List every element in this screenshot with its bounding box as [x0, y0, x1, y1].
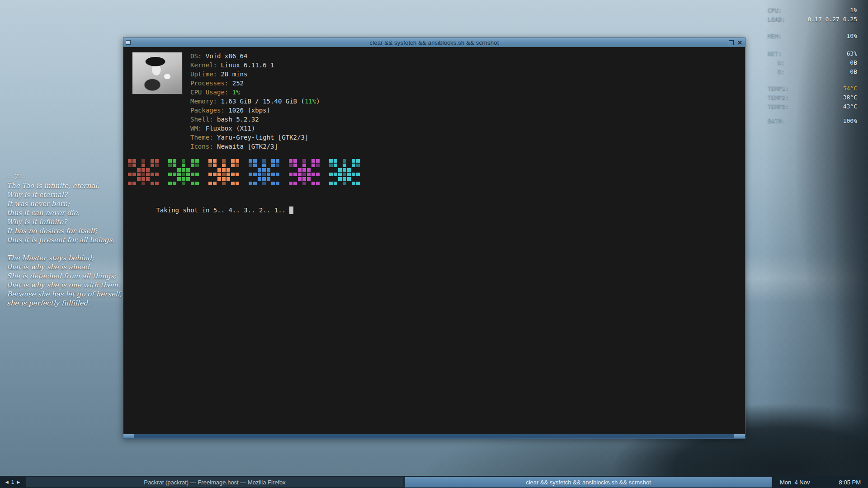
- fetch-label: Theme:: [190, 134, 213, 141]
- fetch-label: Uptime:: [190, 70, 217, 78]
- clock-time: 8:05 PM: [839, 479, 861, 486]
- fetch-label: Packages:: [190, 107, 225, 114]
- workspace-pager: ◀ 1 ▶: [0, 476, 25, 488]
- ansi-block-green: [168, 159, 199, 185]
- monitor-label: U:: [768, 58, 785, 67]
- monitor-value: 0B: [850, 67, 857, 76]
- resize-grip-right[interactable]: [734, 434, 745, 438]
- monitor-row-load: LOAD: 0.17 0.27 0.25: [768, 15, 857, 24]
- fetch-line-wm: WM: Fluxbox (X11): [190, 124, 320, 133]
- resize-grip-left[interactable]: [123, 434, 134, 438]
- monitor-label: D:: [768, 67, 785, 76]
- window-resize-bar[interactable]: [123, 434, 745, 438]
- fetch-line-memory: Memory: 1.63 GiB / 15.40 GiB (11%): [190, 97, 320, 106]
- monitor-row-upload: U: 0B: [768, 58, 857, 67]
- monitor-label: MEM:: [768, 32, 782, 41]
- workspace-number: 1: [11, 479, 14, 485]
- monitor-label: BAT0:: [768, 117, 785, 126]
- window-menu-icon[interactable]: [126, 40, 131, 45]
- fetch-value: Linux 6.11.6_1: [217, 61, 274, 69]
- fetch-label: Memory:: [190, 98, 217, 105]
- monitor-row-cpu: CPU: 1%: [768, 6, 857, 15]
- fetch-value: 1.63 GiB / 15.40 GiB (: [217, 98, 305, 105]
- monitor-label: TEMP2:: [768, 93, 789, 102]
- fetch-line-packages: Packages: 1026 (xbps): [190, 106, 320, 115]
- fetch-line-os: OS: Void x86_64: [190, 52, 320, 61]
- monitor-row-download: D: 0B: [768, 67, 857, 76]
- sysfetch-image: [132, 52, 182, 94]
- monitor-value: 63%: [847, 49, 857, 58]
- fetch-label: Kernel:: [190, 61, 217, 69]
- monitor-row-battery: BAT0: 100%: [768, 117, 857, 126]
- fetch-value: [228, 89, 232, 96]
- monitor-value: 43°C: [843, 102, 857, 111]
- taskbar: ◀ 1 ▶ Packrat (packrat) — Freeimage.host…: [0, 476, 868, 488]
- fetch-label: OS:: [190, 52, 202, 60]
- ansiblocks: [128, 159, 360, 185]
- fetch-line-kernel: Kernel: Linux 6.11.6_1: [190, 61, 320, 70]
- monitor-value: 0B: [850, 58, 857, 67]
- system-monitor: CPU: 1% LOAD: 0.17 0.27 0.25 MEM: 10% NE…: [768, 6, 857, 126]
- taskbar-item-firefox[interactable]: Packrat (packrat) — Freeimage.host — Moz…: [26, 477, 404, 488]
- fetch-line-icons: Icons: Newaita [GTK2/3]: [190, 142, 320, 151]
- desktop-wallpaper: ---7--- The Tao is infinite, eternal. Wh…: [0, 0, 868, 488]
- terminal-window: clear && sysfetch && ansiblocks.sh && sc…: [123, 38, 745, 439]
- fetch-line-processes: Processes: 252: [190, 79, 320, 88]
- terminal-titlebar[interactable]: clear && sysfetch && ansiblocks.sh && sc…: [123, 38, 745, 47]
- monitor-row-temp1: TEMP1: 54°C: [768, 84, 857, 93]
- ansi-block-orange: [208, 159, 239, 185]
- fetch-value: Newaita [GTK2/3]: [213, 143, 278, 150]
- monitor-row-mem: MEM: 10%: [768, 32, 857, 41]
- fetch-value: ): [316, 98, 320, 105]
- monitor-value: 54°C: [843, 84, 857, 93]
- fetch-line-cpu-usage: CPU Usage: 1%: [190, 88, 320, 97]
- monitor-row-temp2: TEMP2: 38°C: [768, 93, 857, 102]
- fetch-line-theme: Theme: Yaru-Grey-light [GTK2/3]: [190, 133, 320, 142]
- workspace-prev-icon[interactable]: ◀: [5, 480, 9, 484]
- monitor-label: CPU:: [768, 6, 782, 15]
- ansi-block-cyan: [329, 159, 360, 185]
- fetch-label: Processes:: [190, 80, 228, 87]
- taskbar-clock: Mon 4 Nov 8:05 PM: [773, 476, 868, 488]
- countdown-line: Taking shot in 5.. 4.. 3.. 2.. 1..: [126, 197, 293, 224]
- fetch-line-shell: Shell: bash 5.2.32: [190, 115, 320, 124]
- fetch-label: Shell:: [190, 116, 213, 123]
- monitor-value: 100%: [843, 117, 857, 126]
- fetch-label: CPU Usage:: [190, 89, 228, 96]
- countdown-text: Taking shot in 5.. 4.. 3.. 2.. 1..: [156, 206, 289, 214]
- taskbar-item-terminal[interactable]: clear && sysfetch && ansiblocks.sh && sc…: [405, 477, 772, 488]
- ansi-block-red: [128, 159, 159, 185]
- fetch-label: WM:: [190, 125, 202, 132]
- terminal-cursor: [289, 206, 293, 214]
- ansi-block-blue: [249, 159, 279, 185]
- maximize-button[interactable]: [729, 40, 734, 45]
- fetch-value: 1026 (xbps): [225, 107, 270, 114]
- fetch-value: bash 5.2.32: [213, 116, 259, 123]
- fetch-label: Icons:: [190, 143, 213, 150]
- monitor-value: 38°C: [843, 93, 857, 102]
- close-button[interactable]: ✕: [737, 40, 742, 46]
- clock-date: Mon 4 Nov: [780, 479, 810, 486]
- fetch-accent-value: 11%: [305, 98, 316, 105]
- monitor-value: 0.17 0.27 0.25: [807, 15, 857, 24]
- ansi-block-magenta: [289, 159, 320, 185]
- sysfetch-info: OS: Void x86_64 Kernel: Linux 6.11.6_1 U…: [190, 52, 320, 151]
- fetch-value: 28 mins: [217, 70, 247, 78]
- monitor-label: TEMP1:: [768, 84, 789, 93]
- monitor-label: LOAD:: [768, 15, 785, 24]
- fetch-line-uptime: Uptime: 28 mins: [190, 70, 320, 79]
- terminal-content[interactable]: OS: Void x86_64 Kernel: Linux 6.11.6_1 U…: [123, 47, 745, 434]
- fetch-value: 252: [228, 80, 244, 87]
- monitor-row-temp3: TEMP3: 43°C: [768, 102, 857, 111]
- monitor-value: 10%: [847, 32, 857, 41]
- fetch-value: Void x86_64: [202, 52, 247, 60]
- window-title: clear && sysfetch && ansiblocks.sh && sc…: [123, 39, 745, 46]
- fetch-value: Fluxbox (X11): [202, 125, 255, 132]
- monitor-label: NET:: [768, 49, 782, 58]
- workspace-next-icon[interactable]: ▶: [17, 480, 20, 484]
- fetch-value: Yaru-Grey-light [GTK2/3]: [213, 134, 309, 141]
- fetch-accent-value: 1%: [232, 89, 240, 96]
- monitor-label: TEMP3:: [768, 102, 789, 111]
- monitor-row-net: NET: 63%: [768, 49, 857, 58]
- monitor-value: 1%: [850, 6, 857, 15]
